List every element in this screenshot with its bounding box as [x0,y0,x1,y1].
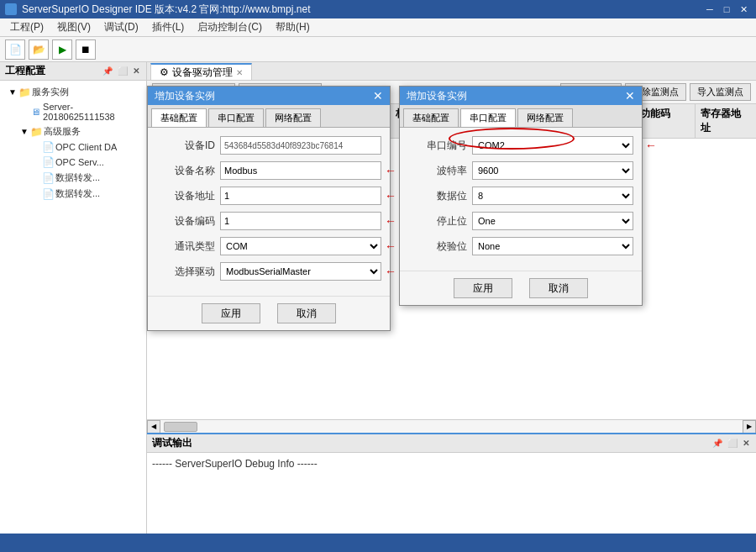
debug-content: ------ ServerSuperIO Debug Info ------ [147,453,756,534]
menu-project[interactable]: 工程(P) [3,18,50,36]
debug-pin[interactable]: 📌 [711,439,724,448]
dialog1-apply-btn[interactable]: 应用 [202,303,260,323]
label-driver: 选择驱动 [156,265,215,279]
field-stop-bits: 停止位 One [408,212,633,230]
field-comm-type: 通讯类型 COM ← [156,237,381,255]
tree-item-services[interactable]: ▼ 📁 服务实例 [0,84,146,100]
import-monitor-btn[interactable]: 导入监测点 [690,83,751,101]
tree-label: 数据转发... [55,187,100,200]
dialog1-tab-network[interactable]: 网络配置 [265,108,321,127]
dialog2-close-btn[interactable]: ✕ [625,89,635,103]
panel-close[interactable]: ✕ [131,66,141,76]
dialog2-apply-btn[interactable]: 应用 [454,278,512,298]
label-device-id: 设备ID [156,139,215,153]
input-device-id[interactable] [220,136,381,155]
tree-label: 高级服务 [44,125,81,138]
debug-close[interactable]: ✕ [741,439,751,448]
scroll-left-btn[interactable]: ◀ [147,420,160,434]
tree-item-data-forward1[interactable]: 📄 数据转发... [0,170,146,186]
select-baud-rate[interactable]: 9600 [472,161,633,180]
gear-icon: ⚙ [160,66,169,78]
label-baud-rate: 波特率 [408,164,467,178]
debug-text: ------ ServerSuperIO Debug Info ------ [152,458,318,470]
maximize-button[interactable]: □ [719,3,734,16]
expand-icon: ▼ [8,87,17,97]
label-stop-bits: 停止位 [408,214,467,229]
tab-device-manager[interactable]: ⚙ 设备驱动管理 ✕ [150,63,252,80]
dialog2-tab-network[interactable]: 网络配置 [517,108,573,127]
tab-bar: ⚙ 设备驱动管理 ✕ [147,62,756,81]
dialog1-close-btn[interactable]: ✕ [373,89,383,103]
dialog2-title-text: 增加设备实例 [407,89,467,103]
field-data-bits: 数据位 8 [408,187,633,205]
toolbar-open[interactable]: 📂 [29,39,49,60]
dialog-add-device-1: 增加设备实例 ✕ 基础配置 串口配置 网络配置 设备ID 设备名称 [147,86,391,331]
field-parity: 校验位 None [408,237,633,255]
panel-pin[interactable]: 📌 [101,66,114,76]
close-button[interactable]: ✕ [736,3,751,16]
arrow-driver: ← [385,265,396,278]
project-panel-header: 工程配置 📌 ⬜ ✕ [0,62,146,81]
main-area: 工程配置 📌 ⬜ ✕ ▼ 📁 服务实例 🖥 Server-20180625111… [0,62,756,534]
input-device-address[interactable] [220,187,381,205]
tree-item-server[interactable]: 🖥 Server-20180625111538 [0,100,146,124]
tree-item-opc-server[interactable]: 📄 OPC Serv... [0,155,146,170]
toolbar-run[interactable]: ▶ [52,39,72,60]
dialog1-footer: 应用 取消 [148,296,390,330]
toolbar-new[interactable]: 📄 [5,39,25,60]
dialog1-tabs: 基础配置 串口配置 网络配置 [148,105,390,128]
tab-label: 设备驱动管理 [172,66,233,80]
leaf-icon: 📄 [42,156,54,168]
select-stop-bits[interactable]: One [472,212,633,230]
scroll-right-btn[interactable]: ▶ [743,420,756,434]
tab-close-icon[interactable]: ✕ [236,68,243,77]
dialog2-tab-serial[interactable]: 串口配置 [460,108,516,127]
field-device-id: 设备ID [156,136,381,155]
label-device-code: 设备编码 [156,214,215,229]
project-panel-title: 工程配置 [5,64,45,78]
right-panel: ⚙ 设备驱动管理 ✕ 增加设备驱动(A) 删除设备驱动(D) 增加监测点 删除监… [147,62,756,534]
select-comm-type[interactable]: COM [220,237,381,255]
dialog2-tab-basic[interactable]: 基础配置 [403,108,459,127]
minimize-button[interactable]: ─ [702,3,717,16]
main-toolbar: 📄 📂 ▶ ⏹ [0,37,756,62]
field-port-num: 串口编号 COM2 ← [408,136,633,155]
debug-panel-header: 调试输出 📌 ⬜ ✕ [147,434,756,453]
select-parity[interactable]: None [472,237,633,255]
select-driver[interactable]: ModbusSerialMaster [220,262,381,281]
tree-item-opc-client[interactable]: 📄 OPC Client DA [0,139,146,155]
field-device-address: 设备地址 ← [156,187,381,205]
scroll-thumb[interactable] [164,422,197,432]
dialog2-tabs: 基础配置 串口配置 网络配置 [400,105,642,128]
tree-item-data-forward2[interactable]: 📄 数据转发... [0,186,146,202]
toolbar-stop[interactable]: ⏹ [76,39,96,60]
field-device-code: 设备编码 ← [156,212,381,230]
field-device-name: 设备名称 ← [156,161,381,180]
status-bar [0,534,756,552]
input-device-name[interactable] [220,161,381,180]
tree-label: OPC Serv... [55,157,104,167]
field-baud-rate: 波特率 9600 [408,161,633,180]
dialog1-tab-serial[interactable]: 串口配置 [208,108,264,127]
arrow-comm: ← [385,239,396,253]
menu-plugin[interactable]: 插件(L) [145,18,192,36]
debug-panel-title: 调试输出 [152,436,192,450]
select-data-bits[interactable]: 8 [472,187,633,205]
input-device-code[interactable] [220,212,381,230]
col-reg-addr: 寄存器地址 [696,104,756,138]
debug-float[interactable]: ⬜ [726,439,739,448]
dialog2-footer: 应用 取消 [400,271,642,305]
arrow-address: ← [385,189,396,202]
dialog1-tab-basic[interactable]: 基础配置 [151,108,207,127]
dialog1-cancel-btn[interactable]: 取消 [277,303,336,323]
menu-debug[interactable]: 调试(D) [97,18,145,36]
select-port-num[interactable]: COM2 [472,136,633,155]
server-icon: 🖥 [29,106,41,118]
menu-console[interactable]: 启动控制台(C) [191,18,269,36]
horizontal-scrollbar[interactable]: ◀ ▶ [147,419,756,433]
panel-float[interactable]: ⬜ [116,66,129,76]
menu-help[interactable]: 帮助(H) [269,18,317,36]
menu-view[interactable]: 视图(V) [50,18,97,36]
dialog2-cancel-btn[interactable]: 取消 [529,278,588,298]
tree-item-advanced[interactable]: ▼ 📁 高级服务 [0,124,146,139]
